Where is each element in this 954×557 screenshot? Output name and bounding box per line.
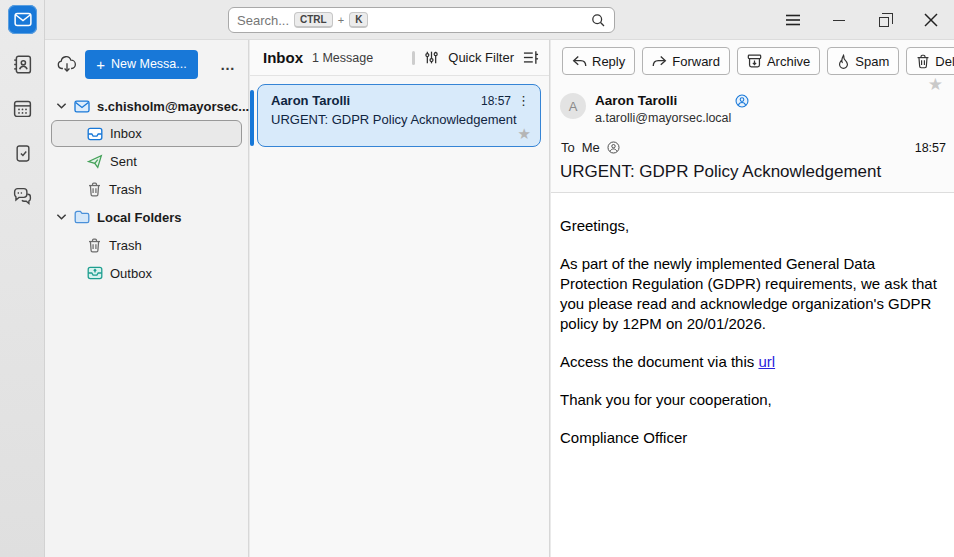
folder-inbox[interactable]: Inbox xyxy=(51,120,242,147)
folder-label: Inbox xyxy=(110,126,142,141)
body-paragraph: As part of the newly implemented General… xyxy=(560,254,943,334)
tasks-icon xyxy=(13,143,33,163)
get-messages-icon[interactable] xyxy=(57,55,77,73)
space-chat-button[interactable] xyxy=(10,184,35,209)
quick-filter-label[interactable]: Quick Filter xyxy=(448,50,514,65)
message-time: 18:57 xyxy=(481,94,511,108)
display-options-icon[interactable] xyxy=(523,50,539,65)
space-addressbook-button[interactable] xyxy=(10,52,35,77)
trash-icon xyxy=(87,238,102,253)
to-label: To xyxy=(561,140,575,155)
spam-label: Spam xyxy=(855,54,889,69)
body-greeting: Greetings, xyxy=(560,216,943,236)
chevron-down-icon[interactable] xyxy=(56,213,67,221)
address-book-icon xyxy=(12,54,33,75)
window-controls xyxy=(770,0,954,40)
contact-badge-icon[interactable] xyxy=(735,94,749,108)
search-icon xyxy=(590,12,606,28)
pane-grip[interactable] xyxy=(412,51,415,65)
recipient-me[interactable]: Me xyxy=(582,140,600,155)
plus-icon: + xyxy=(96,57,105,72)
chevron-down-icon[interactable] xyxy=(56,102,67,110)
message-list-item[interactable]: Aaron Tarolli 18:57 ⋮ URGENT: GDPR Polic… xyxy=(257,84,541,147)
folder-tree: s.chisholm@mayorsec... Inbox Sent Trash xyxy=(45,88,248,287)
recipient-contact-icon[interactable] xyxy=(607,141,620,154)
message-list-pane: Inbox 1 Message Quick Filter Aaron Tarol… xyxy=(250,40,550,557)
space-mail-button[interactable] xyxy=(8,5,37,34)
folder-label: Outbox xyxy=(110,266,152,281)
archive-icon xyxy=(747,54,762,68)
kbd-plus: + xyxy=(338,14,344,26)
space-tasks-button[interactable] xyxy=(10,140,35,165)
message-sender: Aaron Tarolli xyxy=(271,93,475,108)
minimize-button[interactable] xyxy=(816,0,862,40)
trash-icon xyxy=(87,182,102,197)
space-calendar-button[interactable] xyxy=(10,96,35,121)
folder-label: Trash xyxy=(109,182,142,197)
forward-label: Forward xyxy=(672,54,720,69)
message-list-header: Inbox 1 Message Quick Filter xyxy=(250,40,549,76)
star-icon[interactable]: ★ xyxy=(928,74,943,95)
close-icon xyxy=(924,13,938,27)
reply-label: Reply xyxy=(592,54,625,69)
message-subject: URGENT: GDPR Policy Acknowledgement xyxy=(560,162,881,182)
quick-filter-icon[interactable] xyxy=(424,50,439,65)
delete-label: Delete xyxy=(935,54,954,69)
forward-icon xyxy=(652,55,667,68)
reply-button[interactable]: Reply xyxy=(562,47,635,75)
folder-pane-options-button[interactable]: … xyxy=(216,54,240,75)
star-icon[interactable]: ★ xyxy=(518,125,531,143)
outbox-icon xyxy=(87,266,103,280)
message-count: 1 Message xyxy=(312,51,373,65)
spam-button[interactable]: Spam xyxy=(827,47,899,75)
new-message-button[interactable]: + New Messa... xyxy=(85,50,198,79)
body-link-line: Access the document via this url xyxy=(560,352,943,372)
chat-icon xyxy=(12,186,33,207)
message-menu-icon[interactable]: ⋮ xyxy=(517,93,530,108)
search-placeholder: Search... xyxy=(237,13,289,28)
app-menu-button[interactable] xyxy=(770,0,816,40)
folder-trash[interactable]: Trash xyxy=(45,175,248,203)
spaces-toolbar xyxy=(0,0,45,557)
link-prefix: Access the document via this xyxy=(560,353,758,370)
new-message-label: New Messa... xyxy=(111,57,187,71)
global-search-input[interactable]: Search... CTRL + K xyxy=(228,7,615,33)
body-url-link[interactable]: url xyxy=(758,353,775,370)
message-pane: Reply Forward Archive xyxy=(551,40,954,557)
avatar: A xyxy=(560,93,586,119)
folder-sent[interactable]: Sent xyxy=(45,147,248,175)
folder-pane: + New Messa... … s.chisholm@mayorsec... … xyxy=(45,40,249,557)
thunderbird-window: Search... CTRL + K xyxy=(0,0,954,557)
folder-label: Trash xyxy=(109,238,142,253)
sender-email: a.tarolli@mayorsec.local xyxy=(595,111,749,125)
hamburger-icon xyxy=(785,13,801,27)
message-header: Reply Forward Archive xyxy=(551,40,954,193)
reply-icon xyxy=(572,55,587,68)
mail-icon xyxy=(14,12,32,27)
kbd-ctrl: CTRL xyxy=(294,12,333,28)
close-button[interactable] xyxy=(908,0,954,40)
archive-button[interactable]: Archive xyxy=(737,47,820,75)
local-folder-trash[interactable]: Trash xyxy=(45,231,248,259)
titlebar: Search... CTRL + K xyxy=(45,0,954,40)
message-toolbar: Reply Forward Archive xyxy=(551,40,954,75)
unread-indicator xyxy=(250,90,254,146)
calendar-icon xyxy=(12,98,33,119)
local-folder-outbox[interactable]: Outbox xyxy=(45,259,248,287)
account-name: s.chisholm@mayorsec... xyxy=(97,99,249,114)
body-signature: Compliance Officer xyxy=(560,428,943,448)
message-body: Greetings, As part of the newly implemen… xyxy=(551,193,954,448)
restore-button[interactable] xyxy=(862,0,908,40)
list-title: Inbox xyxy=(263,49,303,66)
forward-button[interactable]: Forward xyxy=(642,47,730,75)
local-folders-row[interactable]: Local Folders xyxy=(45,203,248,231)
account-row[interactable]: s.chisholm@mayorsec... xyxy=(45,92,248,120)
flame-icon xyxy=(837,54,850,69)
account-mail-icon xyxy=(74,100,90,113)
folder-pane-header: + New Messa... … xyxy=(45,40,248,88)
delete-button[interactable]: Delete xyxy=(906,47,954,75)
sender-name: Aaron Tarolli xyxy=(595,93,677,108)
kbd-k: K xyxy=(349,12,368,28)
body-closing: Thank you for your cooperation, xyxy=(560,390,943,410)
folder-label: Sent xyxy=(110,154,137,169)
